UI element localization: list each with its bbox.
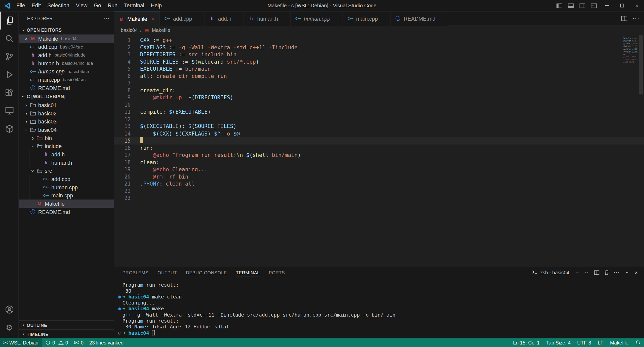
minimize-button[interactable] bbox=[600, 0, 615, 11]
tree-item[interactable]: ›src bbox=[19, 167, 114, 175]
code-line[interactable]: 20 @rm -rf bin bbox=[114, 173, 644, 180]
terminal-launch-dropdown-icon[interactable]: › bbox=[582, 268, 591, 277]
status-utf-8[interactable]: UTF-8 bbox=[574, 338, 594, 347]
close-panel-icon[interactable]: × bbox=[632, 268, 641, 277]
code-line[interactable]: 1CXX := g++ bbox=[114, 36, 644, 44]
code-line[interactable]: 14 $(CXX) $(CXXFLAGS) $^ -o $@ bbox=[114, 130, 644, 137]
explorer-more-actions-icon[interactable]: ⋯ bbox=[104, 15, 110, 22]
close-window-button[interactable]: × bbox=[629, 0, 644, 11]
open-editor-item[interactable]: ×hadd.hbasic04/include bbox=[19, 51, 114, 59]
editor-tab-human-cpp[interactable]: C++human.cpp× bbox=[291, 12, 343, 26]
tree-item[interactable]: ›basic02 bbox=[19, 109, 114, 117]
menu-selection[interactable]: Selection bbox=[44, 0, 72, 11]
code-line[interactable]: 4SOURCE_FILES := $(wildcard src/*.cpp) bbox=[114, 58, 644, 65]
toggle-panel-icon[interactable] bbox=[565, 0, 577, 11]
tree-item[interactable]: ⓘREADME.md bbox=[19, 208, 114, 216]
code-line[interactable]: 11compile: $(EXECUTABLE) bbox=[114, 108, 644, 116]
open-editor-item[interactable]: ×hhuman.hbasic04/include bbox=[19, 59, 114, 67]
tree-item[interactable]: MMakefile bbox=[19, 199, 114, 208]
code-line[interactable]: 18clean: bbox=[114, 159, 644, 166]
outline-header[interactable]: › OUTLINE bbox=[19, 320, 114, 329]
problems-indicator[interactable]: 0 0 bbox=[43, 338, 71, 347]
panel-tab-output[interactable]: OUTPUT bbox=[157, 267, 177, 279]
open-editor-item[interactable]: ×C++human.cppbasic04/src bbox=[19, 67, 114, 76]
files-icon[interactable] bbox=[0, 12, 18, 30]
editor-tab-add-cpp[interactable]: C++add.cpp× bbox=[160, 12, 205, 26]
tree-item[interactable]: C++add.cpp bbox=[19, 175, 114, 183]
toggle-secondary-sidebar-icon[interactable] bbox=[577, 0, 588, 11]
scrollbar-thumb[interactable] bbox=[639, 35, 643, 95]
close-tab-icon[interactable]: × bbox=[150, 16, 155, 22]
tree-item[interactable]: C++human.cpp bbox=[19, 183, 114, 191]
tree-item[interactable]: hadd.h bbox=[19, 150, 114, 159]
open-editor-item[interactable]: ×MMakefilebasic04 bbox=[19, 34, 114, 43]
code-line[interactable]: 19 @echo Cleaning... bbox=[114, 166, 644, 173]
new-terminal-icon[interactable]: + bbox=[573, 268, 582, 277]
status-ln-15-col-1[interactable]: Ln 15, Col 1 bbox=[510, 338, 543, 347]
editor-more-actions-icon[interactable]: ⋯ bbox=[631, 14, 641, 23]
code-line[interactable]: 15 bbox=[114, 137, 644, 144]
kill-terminal-icon[interactable] bbox=[602, 268, 611, 277]
menu-terminal[interactable]: Terminal bbox=[121, 0, 147, 11]
customize-layout-icon[interactable] bbox=[588, 0, 600, 11]
code-line[interactable]: 8create_dir: bbox=[114, 87, 644, 94]
maximize-panel-icon[interactable]: › bbox=[622, 268, 631, 277]
menu-run[interactable]: Run bbox=[104, 0, 121, 11]
open-editor-item[interactable]: ×ⓘREADME.md bbox=[19, 84, 114, 92]
command-decoration-icon[interactable] bbox=[117, 306, 123, 312]
timeline-header[interactable]: › TIMELINE bbox=[19, 329, 114, 338]
menu-go[interactable]: Go bbox=[91, 0, 104, 11]
panel-more-actions-icon[interactable]: ⋯ bbox=[612, 268, 621, 277]
panel-tab-problems[interactable]: PROBLEMS bbox=[123, 267, 149, 279]
code-editor[interactable]: 1CXX := g++2CXXFLAGS := -g -Wall -Wextra… bbox=[114, 35, 644, 266]
menu-help[interactable]: Help bbox=[147, 0, 165, 11]
run-debug-icon[interactable] bbox=[0, 66, 18, 84]
notifications-bell-icon[interactable] bbox=[632, 338, 644, 347]
split-terminal-icon[interactable] bbox=[592, 268, 601, 277]
code-line[interactable]: 2CXXFLAGS := -g -Wall -Wextra -std=c++11… bbox=[114, 44, 644, 51]
terminal-content[interactable]: Program run result: 30➜ basic04 make cle… bbox=[114, 279, 644, 338]
code-line[interactable]: 23 bbox=[114, 195, 644, 202]
breadcrumb-segment[interactable]: MMakefile bbox=[144, 27, 170, 34]
panel-tab-terminal[interactable]: TERMINAL bbox=[236, 267, 260, 279]
close-editor-icon[interactable]: × bbox=[23, 35, 29, 41]
code-line[interactable]: 6all: create_dir compile run bbox=[114, 72, 644, 80]
settings-gear-icon[interactable]: ⚙ bbox=[0, 319, 18, 337]
code-line[interactable]: 22 bbox=[114, 187, 644, 195]
remote-explorer-icon[interactable] bbox=[0, 102, 18, 120]
code-line[interactable]: 17 @echo "Program run result:\n $(shell … bbox=[114, 151, 644, 159]
panel-tab-ports[interactable]: PORTS bbox=[269, 267, 285, 279]
workspace-root-header[interactable]: › C [WSL: DEBIAN] bbox=[19, 92, 114, 101]
command-decoration-icon[interactable] bbox=[117, 294, 123, 300]
maximize-button[interactable] bbox=[614, 0, 629, 11]
code-line[interactable]: 21.PHONY: clean all bbox=[114, 180, 644, 188]
tree-item[interactable]: hhuman.h bbox=[19, 158, 114, 167]
code-line[interactable]: 12 bbox=[114, 116, 644, 123]
tree-item[interactable]: ›basic03 bbox=[19, 117, 114, 126]
remote-targets-icon[interactable] bbox=[0, 120, 18, 138]
command-decoration-icon[interactable] bbox=[117, 330, 123, 336]
account-icon[interactable] bbox=[0, 300, 18, 319]
menu-view[interactable]: View bbox=[73, 0, 91, 11]
remote-indicator[interactable]: >< WSL: Debian bbox=[0, 338, 43, 347]
editor-scrollbar[interactable] bbox=[638, 35, 644, 266]
code-line[interactable]: 5EXECUTABLE := bin/main bbox=[114, 65, 644, 73]
terminal-profile-selector[interactable]: zsh - basic04 bbox=[530, 268, 572, 277]
editor-tab-add-h[interactable]: hadd.h× bbox=[205, 12, 244, 26]
ports-indicator[interactable]: 0 bbox=[71, 338, 87, 347]
open-editors-header[interactable]: › OPEN EDITORS bbox=[19, 25, 114, 34]
split-editor-icon[interactable] bbox=[619, 14, 629, 23]
extensions-icon[interactable] bbox=[0, 84, 18, 102]
status-tab-size-4[interactable]: Tab Size: 4 bbox=[543, 338, 574, 347]
code-line[interactable]: 13$(EXECUTABLE): $(SOURCE_FILES) bbox=[114, 123, 644, 130]
toggle-primary-sidebar-icon[interactable] bbox=[554, 0, 565, 11]
editor-tab-readme-md[interactable]: ⓘREADME.md× bbox=[390, 12, 448, 26]
panel-tab-debug-console[interactable]: DEBUG CONSOLE bbox=[186, 267, 227, 279]
code-line[interactable]: 9 @mkdir -p $(DIRECTORIES) bbox=[114, 94, 644, 101]
tree-item[interactable]: ›bin bbox=[19, 134, 114, 142]
source-control-icon[interactable] bbox=[0, 48, 18, 66]
code-line[interactable]: 3DIRECTORIES := src include bin bbox=[114, 51, 644, 58]
open-editor-item[interactable]: ×C++main.cppbasic04/src bbox=[19, 75, 114, 84]
open-editor-item[interactable]: ×C++add.cppbasic04/src bbox=[19, 43, 114, 51]
tree-item[interactable]: ›basic04 bbox=[19, 126, 114, 134]
